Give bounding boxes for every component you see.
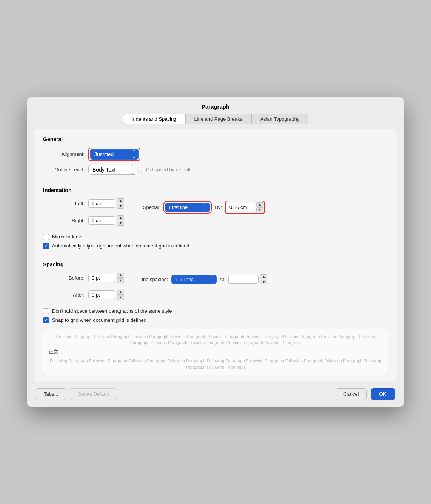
outline-level-select[interactable]: Body Text Level 1 Level 2 Level 3 [88, 165, 137, 175]
cancel-button[interactable]: Cancel [336, 388, 366, 400]
by-input-highlight: ▲ ▼ [225, 201, 265, 214]
by-stepper: ▲ ▼ [226, 202, 263, 212]
alignment-label: Alignment: [43, 151, 85, 157]
at-label: At: [220, 277, 226, 282]
spacing-grid: Before: ▲ ▼ After: ▲ [43, 273, 388, 304]
spacing-after-label: After: [43, 292, 85, 298]
indentation-spacing-divider [43, 255, 388, 255]
indent-right-input[interactable] [88, 216, 115, 225]
indent-right-label: Right: [43, 218, 85, 223]
special-select-highlight: First line Hanging (none) ⌃⌄ [163, 201, 212, 214]
indent-left-up-btn[interactable]: ▲ [117, 198, 124, 203]
at-input[interactable] [228, 275, 259, 284]
spacing-before-label: Before: [43, 275, 85, 281]
indent-special-col: Special: First line Hanging (none) ⌃⌄ By… [143, 198, 265, 214]
general-section-title: General [43, 136, 388, 142]
footer-right: Cancel OK [336, 388, 395, 400]
indent-right-stepper: ▲ ▼ [88, 215, 124, 226]
spacing-before-input[interactable] [88, 274, 115, 282]
by-up-btn[interactable]: ▲ [256, 202, 263, 207]
collapsed-checkbox [137, 167, 143, 173]
mirror-indents-checkbox[interactable] [43, 234, 49, 240]
spacing-before-row: Before: ▲ ▼ [43, 273, 124, 283]
tabs-button[interactable]: Tabs... [36, 388, 66, 400]
spacing-before-after-col: Before: ▲ ▼ After: ▲ [43, 273, 124, 304]
preview-following-text: Following Paragraph Following Paragraph … [49, 358, 382, 370]
outline-level-row: Outline Level: Body Text Level 1 Level 2… [43, 165, 388, 175]
set-default-button: Set As Default [70, 388, 117, 400]
snap-grid-checkbox[interactable]: ✓ [43, 317, 49, 323]
preview-main-text: 正文 [49, 348, 382, 356]
special-label: Special: [143, 204, 160, 210]
spacing-before-up-btn[interactable]: ▲ [117, 273, 124, 278]
at-stepper: ▲ ▼ [228, 274, 267, 284]
no-space-row: Don't add space between paragraphs of th… [43, 308, 388, 314]
line-spacing-label: Line spacing: [139, 277, 168, 282]
dialog-title: Paragraph [27, 97, 404, 114]
preview-previous-text: Previous Paragraph Previous Paragraph Pr… [49, 333, 382, 346]
alignment-select-wrapper: Justified Left Right Center ⌃⌄ [88, 148, 140, 161]
spacing-after-input[interactable] [88, 290, 115, 299]
alignment-dropdown-wrapper: Justified Left Right Center ⌃⌄ [90, 149, 139, 160]
alignment-select[interactable]: Justified Left Right Center [90, 149, 139, 160]
spacing-section-title: Spacing [43, 261, 388, 267]
indent-left-stepper-btns: ▲ ▼ [117, 198, 124, 209]
spacing-before-down-btn[interactable]: ▼ [117, 278, 124, 283]
mirror-indents-label: Mirror Indents [52, 234, 82, 240]
auto-adjust-row: ✓ Automatically adjust right indent when… [43, 243, 388, 249]
special-dropdown-wrapper: First line Hanging (none) ⌃⌄ [165, 203, 210, 212]
special-row: Special: First line Hanging (none) ⌃⌄ By… [143, 201, 265, 214]
tab-indents-spacing[interactable]: Indents and Spacing [123, 114, 185, 124]
by-input[interactable] [226, 203, 255, 211]
auto-adjust-label: Automatically adjust right indent when d… [52, 243, 189, 249]
indent-left-stepper: ▲ ▼ [88, 198, 124, 209]
indent-left-input[interactable] [88, 199, 115, 208]
indent-left-row: Left: ▲ ▼ [43, 198, 124, 209]
special-select[interactable]: First line Hanging (none) [165, 203, 210, 212]
collapsed-label: Collapsed by default [146, 167, 191, 172]
preview-box: Previous Paragraph Previous Paragraph Pr… [43, 329, 388, 375]
spacing-after-stepper: ▲ ▼ [88, 290, 124, 300]
content-area: General Alignment: Justified Left Right … [34, 129, 397, 383]
by-label: By: [215, 204, 222, 210]
spacing-line-col: Line spacing: 1.5 lines Single Double Mu… [139, 274, 267, 284]
dialog-footer: Tabs... Set As Default Cancel OK [27, 382, 404, 407]
spacing-after-up-btn[interactable]: ▲ [117, 290, 124, 295]
indent-right-down-btn[interactable]: ▼ [117, 221, 124, 226]
footer-left: Tabs... Set As Default [36, 388, 117, 400]
mirror-indents-row: Mirror Indents [43, 234, 388, 240]
at-down-btn[interactable]: ▼ [260, 280, 267, 284]
at-up-btn[interactable]: ▲ [260, 274, 267, 279]
no-space-label: Don't add space between paragraphs of th… [52, 308, 172, 314]
tab-line-page-breaks[interactable]: Line and Page Breaks [185, 114, 251, 124]
line-spacing-dropdown-wrapper: 1.5 lines Single Double Multiple At leas… [171, 275, 217, 284]
by-down-btn[interactable]: ▼ [256, 207, 263, 212]
indent-right-up-btn[interactable]: ▲ [117, 215, 124, 220]
spacing-before-stepper-btns: ▲ ▼ [117, 273, 124, 283]
auto-adjust-checkbox[interactable]: ✓ [43, 243, 49, 249]
spacing-after-down-btn[interactable]: ▼ [117, 295, 124, 300]
indent-right-stepper-btns: ▲ ▼ [117, 215, 124, 226]
indent-left-right-col: Left: ▲ ▼ Right: ▲ [43, 198, 124, 229]
line-spacing-select[interactable]: 1.5 lines Single Double Multiple At leas… [171, 275, 217, 284]
outline-level-dropdown-wrapper: Body Text Level 1 Level 2 Level 3 ⌃⌄ [88, 165, 137, 175]
alignment-row: Alignment: Justified Left Right Center ⌃… [43, 148, 388, 161]
tabs-row: Indents and Spacing Line and Page Breaks… [27, 114, 404, 129]
indent-left-label: Left: [43, 201, 85, 206]
spacing-after-stepper-btns: ▲ ▼ [117, 290, 124, 300]
ok-button[interactable]: OK [371, 388, 396, 400]
no-space-checkbox[interactable] [43, 308, 49, 314]
by-stepper-btns: ▲ ▼ [256, 202, 263, 212]
indentation-grid: Left: ▲ ▼ Right: ▲ [43, 198, 388, 229]
snap-grid-row: ✓ Snap to grid when document grid is def… [43, 317, 388, 323]
outline-level-label: Outline Level: [43, 167, 85, 172]
spacing-before-stepper: ▲ ▼ [88, 273, 124, 283]
snap-grid-label: Snap to grid when document grid is defin… [52, 317, 146, 323]
general-indentation-divider [43, 181, 388, 181]
spacing-after-row: After: ▲ ▼ [43, 290, 124, 300]
paragraph-dialog: Paragraph Indents and Spacing Line and P… [27, 97, 404, 407]
tab-asian-typography[interactable]: Asian Typography [251, 114, 308, 124]
indent-left-down-btn[interactable]: ▼ [117, 204, 124, 209]
indent-right-row: Right: ▲ ▼ [43, 215, 124, 226]
indentation-section-title: Indentation [43, 187, 388, 193]
